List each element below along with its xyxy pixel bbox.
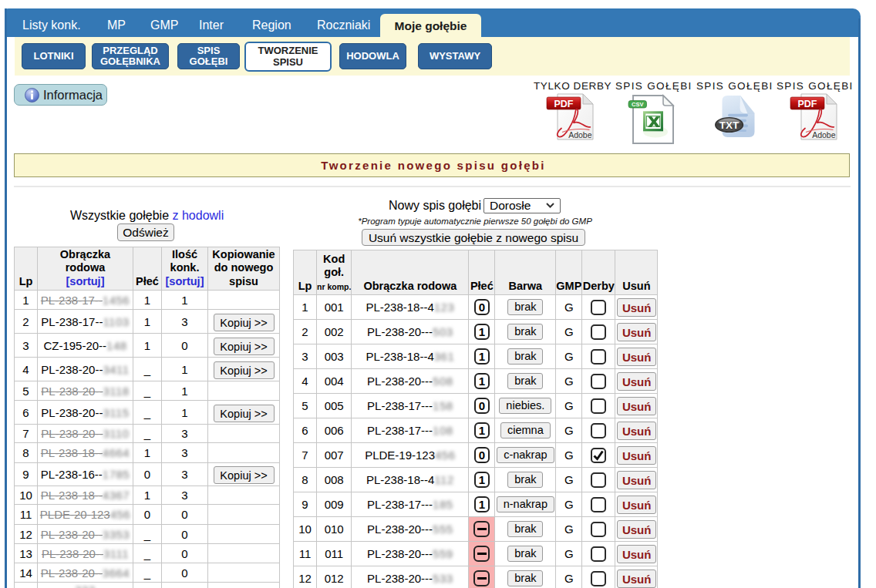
svg-text:TXT: TXT xyxy=(719,119,740,131)
svg-text:Adobe: Adobe xyxy=(568,130,592,139)
svg-text:PDF: PDF xyxy=(554,99,574,109)
svg-text:CSV: CSV xyxy=(632,101,643,108)
